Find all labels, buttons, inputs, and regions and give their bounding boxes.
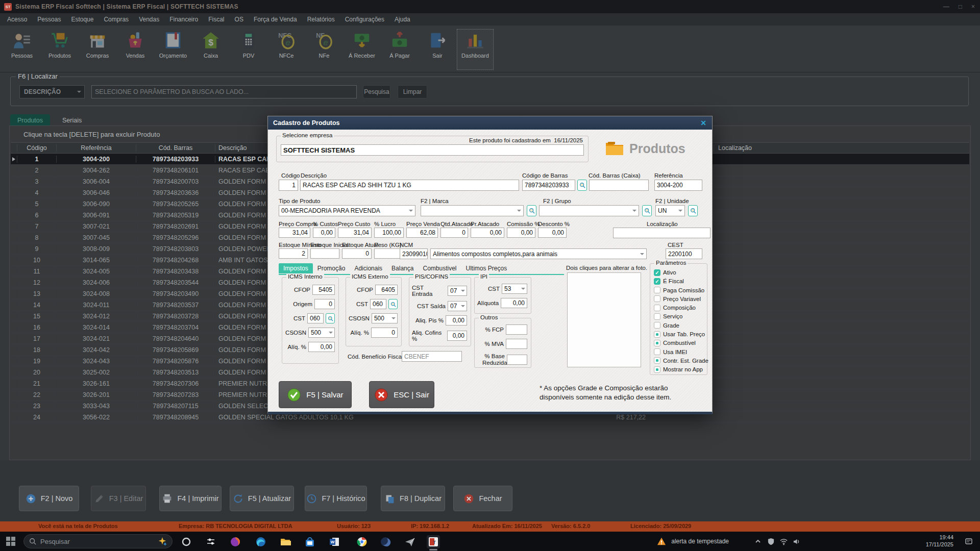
search-button[interactable]: Pesquisa — [363, 85, 390, 98]
close-button[interactable]: × — [971, 3, 975, 10]
menu-item[interactable]: Acesso — [2, 16, 32, 23]
price-field[interactable]: % Custos 0,00 — [313, 221, 335, 238]
menu-item[interactable]: Compras — [99, 16, 134, 23]
search-input[interactable]: SELECIONE O PARÂMETRO DA BUSCA AO LADO..… — [91, 85, 357, 98]
fcp-field[interactable] — [506, 324, 527, 335]
taskbar-app-plane[interactable] — [403, 535, 416, 548]
param-checkbox[interactable]: Paga Comissão — [654, 287, 707, 294]
toolbar-orcamento[interactable]: Orçamento — [154, 29, 192, 70]
cst-saida-select[interactable]: 07 — [448, 301, 467, 311]
icms-ext-csosn-select[interactable]: 500 — [372, 313, 398, 323]
toolbar-sair[interactable]: Sair — [419, 29, 456, 70]
stock-field[interactable]: Estoque Inicial — [310, 242, 339, 259]
base-reduzida-field[interactable] — [507, 355, 527, 365]
taskbar-app-firefox[interactable] — [229, 535, 242, 548]
param-checkbox[interactable]: Contr. Est. Grade — [654, 357, 707, 364]
taskbar-app-ring[interactable] — [180, 535, 193, 548]
menu-item[interactable]: Relatórios — [302, 16, 340, 23]
price-field[interactable]: Pr.Atacado 0,00 — [471, 221, 504, 238]
price-field[interactable]: % Lucro 100,00 — [374, 221, 404, 238]
price-field[interactable]: Desconto % 0,00 — [538, 221, 567, 238]
dialog-tab[interactable]: Balança — [387, 263, 418, 273]
toolbar-nfce[interactable]: NFCe NFCe — [267, 29, 305, 70]
aliq-cofins-field[interactable]: 0,00 — [447, 331, 467, 341]
dialog-tab[interactable]: Impostos — [279, 263, 313, 273]
menu-item[interactable]: Estoque — [66, 16, 99, 23]
taskbar-app-chrome[interactable] — [355, 535, 369, 548]
col-referencia[interactable]: Referência — [56, 144, 136, 152]
taskbar-app-store[interactable] — [303, 535, 316, 548]
tipo-select[interactable]: 00-MERCADORIA PARA REVENDA — [279, 205, 415, 216]
taskbar-search[interactable]: Pesquisar — [23, 534, 173, 548]
salvar-button[interactable]: F5 | Salvar — [279, 381, 352, 408]
col-codigo[interactable]: Código — [17, 144, 56, 152]
marca-select[interactable] — [421, 205, 524, 216]
toolbar-caixa[interactable]: $ Caixa — [192, 29, 230, 70]
icms-ext-cst-field[interactable]: 060 — [370, 299, 386, 309]
menu-item[interactable]: Financeiro — [164, 16, 203, 23]
product-photo[interactable] — [567, 272, 641, 367]
taskbar-app-softtech[interactable]: T — [427, 535, 440, 548]
icms-int-cfop-field[interactable]: 5405 — [312, 285, 335, 295]
maximize-button[interactable]: □ — [959, 3, 962, 10]
empresa-field[interactable]: SOFTTECH SISTEMAS — [281, 144, 584, 156]
menu-item[interactable]: Fiscal — [203, 16, 229, 23]
cest-field[interactable]: 2200100 — [666, 248, 702, 259]
toolbar-nfe[interactable]: NFe NFe — [305, 29, 343, 70]
param-checkbox[interactable]: Combustível — [654, 339, 707, 346]
param-checkbox[interactable]: Usar Tab. Preço — [654, 331, 707, 338]
toolbar-produtos[interactable]: Produtos — [41, 29, 79, 70]
toolbar-pdv[interactable]: PDV — [230, 29, 267, 70]
stock-field[interactable]: Estoque Mínimo 2 — [279, 242, 308, 259]
icms-int-aliq-field[interactable]: 0,00 — [308, 342, 335, 352]
ncm-field[interactable]: 23099010 — [400, 248, 428, 259]
param-checkbox[interactable]: Serviço — [654, 313, 707, 320]
barras-caixa-field[interactable] — [589, 180, 649, 191]
param-checkbox[interactable]: Composição — [654, 304, 707, 311]
icms-ext-cfop-field[interactable]: 6405 — [375, 285, 398, 295]
novo-button[interactable]: F2 | Novo — [19, 486, 79, 511]
localizacao-field[interactable] — [613, 228, 710, 238]
taskbar-clock[interactable]: 19:44 17/11/2025 — [926, 534, 953, 548]
menu-item[interactable]: Ajuda — [389, 16, 415, 23]
tab-produtos[interactable]: Produtos — [10, 114, 50, 126]
taskbar-app-moon[interactable] — [379, 535, 392, 548]
col-barras[interactable]: Cód. Barras — [136, 144, 215, 152]
param-checkbox[interactable]: Ativo — [654, 269, 707, 276]
tab-seriais[interactable]: Seriais — [55, 114, 89, 126]
clear-button[interactable]: Limpar — [398, 85, 427, 98]
minimize-button[interactable]: — — [943, 3, 949, 10]
fechar-button[interactable]: Fechar — [453, 486, 512, 511]
imprimir-button[interactable]: F4 | Imprimir — [159, 486, 222, 511]
toolbar-pessoas[interactable]: Pessoas — [3, 29, 41, 70]
sair-button[interactable]: ESC | Sair — [369, 381, 434, 408]
param-checkbox[interactable]: Preço Variavel — [654, 295, 707, 303]
search-field-selector[interactable]: DESCRIÇÃO — [19, 85, 85, 98]
codigo-barras-field[interactable]: 7897348203933 — [522, 180, 575, 191]
barras-search-button[interactable] — [577, 180, 587, 191]
price-field[interactable]: Comissão % 0,00 — [507, 221, 535, 238]
referencia-field[interactable]: 3004-200 — [654, 180, 702, 191]
menu-item[interactable]: OS — [230, 16, 249, 23]
icms-int-csosn-select[interactable]: 500 — [308, 328, 335, 338]
notification-button[interactable] — [965, 532, 973, 551]
toolbar-vendas[interactable]: Vendas — [116, 29, 154, 70]
icms-int-cst-field[interactable]: 060 — [307, 313, 324, 323]
toolbar-compras[interactable]: Compras — [79, 29, 116, 70]
dialog-tab[interactable]: Combustivel — [418, 263, 461, 273]
atualizar-button[interactable]: F5 | Atualizar — [230, 486, 294, 511]
menu-item[interactable]: Força de Venda — [249, 16, 302, 23]
toolbar-apagar[interactable]: Á Pagar — [381, 29, 419, 70]
price-field[interactable]: Preço Compra 31,04 — [279, 221, 310, 238]
menu-item[interactable]: Pessoas — [32, 16, 66, 23]
marca-search-button[interactable] — [527, 205, 536, 216]
ipi-aliquota-field[interactable]: 0,00 — [501, 298, 527, 308]
unidade-select[interactable]: UN — [655, 205, 685, 216]
param-checkbox[interactable]: Usa IMEI — [654, 348, 707, 356]
param-checkbox[interactable]: É Fiscal — [654, 278, 707, 285]
weather-widget[interactable]: alerta de tempestade — [657, 532, 729, 551]
beneficio-field[interactable]: CBENEF — [402, 351, 462, 362]
taskbar-app-settings[interactable] — [204, 535, 217, 548]
taskbar-app-word[interactable]: W — [328, 535, 341, 548]
price-field[interactable]: Qtd.Atacado 0 — [440, 221, 468, 238]
